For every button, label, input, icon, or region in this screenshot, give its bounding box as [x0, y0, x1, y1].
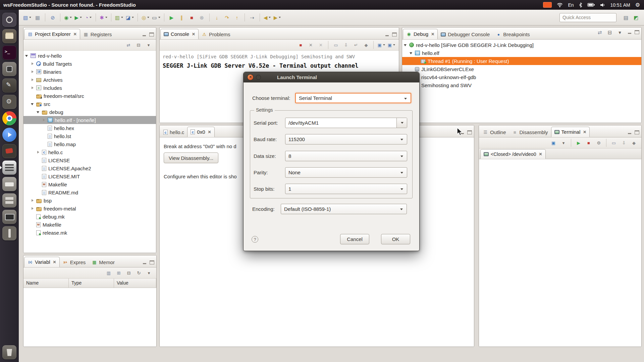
toolbar-resume-button[interactable]: ▶	[167, 13, 176, 22]
explorer-item-includes[interactable]: Includes	[23, 84, 156, 92]
launcher-gimp[interactable]	[0, 144, 19, 158]
explorer-item-makefile[interactable]: Makefile	[23, 221, 156, 229]
battery-icon[interactable]	[587, 3, 595, 7]
debug-tab-debug[interactable]: Debug✕	[403, 29, 438, 39]
toolbar-save-button[interactable]: ▦	[33, 13, 42, 22]
choose-terminal-select[interactable]: Serial Terminal	[295, 93, 411, 103]
ok-button[interactable]: OK	[381, 234, 410, 244]
expanded-arrow-icon[interactable]	[25, 54, 29, 58]
collapsed-arrow-icon[interactable]	[36, 150, 41, 155]
collapsed-arrow-icon[interactable]	[31, 206, 35, 211]
close-icon[interactable]: ✕	[583, 130, 586, 134]
toolbar-open-terminal-button[interactable]: ▭	[151, 13, 161, 22]
variables-tab-expres[interactable]: Expres	[60, 257, 89, 267]
launcher-gedit[interactable]	[0, 78, 19, 93]
launcher-archive-manager[interactable]	[0, 193, 19, 207]
console-pin-console-button[interactable]: ◆	[361, 41, 371, 49]
collapsed-arrow-icon[interactable]	[31, 70, 35, 74]
explorer-item-debug-mk[interactable]: debug.mk	[23, 213, 156, 221]
dropdown-arrow-icon[interactable]	[121, 17, 123, 18]
console-tab-problems[interactable]: Problems	[199, 29, 233, 39]
minimize-button[interactable]	[385, 33, 389, 37]
variables-collapse-all-button[interactable]: ⊟	[124, 269, 133, 277]
launcher-terminal[interactable]	[0, 46, 19, 60]
explorer-collapse-all-button[interactable]: ⊟	[134, 41, 143, 49]
console-tab-console[interactable]: Console✕	[160, 29, 199, 39]
dropdown-arrow-icon[interactable]	[80, 17, 82, 18]
minimize-button[interactable]	[142, 33, 147, 37]
maximize-button[interactable]	[150, 260, 154, 264]
dropdown-arrow-icon[interactable]	[158, 17, 160, 18]
console-clear-console-button[interactable]: ▭	[331, 41, 340, 49]
explorer-view-menu-button[interactable]: ▾	[144, 41, 153, 49]
column-header-name[interactable]: Name	[23, 279, 69, 288]
expanded-arrow-icon[interactable]	[404, 43, 408, 47]
launcher-trash[interactable]	[0, 345, 19, 359]
launcher-freedomstudio[interactable]	[0, 161, 19, 175]
terminal-scroll-lock-button[interactable]: ⇩	[619, 139, 629, 146]
minimize-button[interactable]	[627, 30, 632, 34]
keyboard-layout-indicator[interactable]: En	[568, 2, 574, 8]
explorer-item-hello-elf-none-le[interactable]: hello.elf - [none/le]	[23, 116, 156, 124]
terminal-settings-button[interactable]: ⚙	[594, 139, 603, 146]
explorer-item-freedom-metal-src[interactable]: freedom-metal/src	[23, 92, 156, 100]
session-gear-icon[interactable]: ⚙	[635, 2, 640, 8]
terminal-disconnect-button[interactable]: ■	[584, 139, 593, 146]
quick-access-input[interactable]	[559, 13, 616, 22]
cancel-button[interactable]: Cancel	[340, 234, 369, 244]
toolbar-instruction-stepping-button[interactable]: ⇢	[248, 13, 257, 22]
debug-item-red-v-hello-sifive-gdb-segger-j-link-debugging[interactable]: red-v-hello [SiFive GDB SEGGER J-Link De…	[402, 41, 641, 49]
launcher-screenshot[interactable]	[0, 62, 19, 76]
toolbar-new-button[interactable]: ▧	[22, 13, 32, 22]
explorer-item-makefile[interactable]: Makefile	[23, 180, 156, 188]
explorer-item-hello-map[interactable]: hello.map	[23, 140, 156, 148]
terminal-open-terminal-button[interactable]: ▣	[549, 139, 558, 146]
clock[interactable]: 10:51 AM	[610, 2, 630, 8]
launcher-usb-creator[interactable]	[0, 226, 19, 240]
maximize-button[interactable]	[635, 130, 639, 134]
launcher-system-settings[interactable]	[0, 95, 19, 109]
debug-view-menu-button[interactable]: ▾	[615, 28, 625, 37]
toolbar-profile-button[interactable]: ◔	[84, 13, 93, 22]
toolbar-terminate-button[interactable]: ■	[187, 13, 197, 22]
close-icon[interactable]: ✕	[539, 152, 542, 157]
toolbar-debug-button[interactable]: ◉	[63, 13, 73, 22]
explorer-tab-registers[interactable]: Registers	[80, 29, 115, 39]
close-icon[interactable]: ✕	[208, 130, 211, 134]
toolbar-external-tools-button[interactable]: ✱	[99, 13, 108, 22]
terminal-clear-button[interactable]: ▭	[609, 139, 619, 146]
launcher-files[interactable]	[0, 29, 19, 43]
variables-tab-memor[interactable]: Memor	[89, 257, 118, 267]
explorer-item-freedom-metal[interactable]: freedom-metal	[23, 204, 156, 213]
dropdown-arrow-icon[interactable]	[147, 17, 149, 18]
maximize-button[interactable]	[635, 30, 639, 34]
parity-select[interactable]: None	[285, 167, 407, 178]
right-tab-terminal[interactable]: Terminal✕	[551, 127, 590, 137]
editor-tab-hello-c[interactable]: hello.c	[160, 127, 187, 137]
toolbar-disconnect-button[interactable]: ⊗	[197, 13, 207, 22]
collapsed-arrow-icon[interactable]	[31, 198, 35, 203]
toolbar-debug-perspective-button[interactable]: ◩	[631, 13, 641, 22]
explorer-item-bsp[interactable]: bsp	[23, 196, 156, 204]
explorer-item-build-targets[interactable]: Build Targets	[23, 60, 156, 68]
explorer-item-readme-md[interactable]: README.md	[23, 188, 156, 196]
explorer-item-archives[interactable]: Archives	[23, 76, 156, 84]
bluetooth-icon[interactable]	[579, 2, 582, 8]
debug-tab-debugger-console[interactable]: Debugger Console	[438, 29, 493, 39]
toolbar-run-button[interactable]: ▶	[73, 13, 83, 22]
toolbar-new-c-project-button[interactable]: ◪	[125, 13, 135, 22]
explorer-item-hello-c[interactable]: hello.c	[23, 148, 156, 156]
launcher-printer[interactable]	[0, 177, 19, 191]
toolbar-back-button[interactable]: ◀	[263, 13, 272, 22]
data-size-select[interactable]: 8	[285, 151, 407, 161]
close-button[interactable]	[247, 74, 254, 80]
debug-item-semihosting-and-swv[interactable]: Semihosting and SWV	[402, 81, 641, 89]
right-tab-disassembly[interactable]: Disassembly	[509, 127, 551, 137]
dropdown-arrow-icon[interactable]	[70, 17, 72, 18]
variables-show-logical-structure-button[interactable]: ⊞	[114, 269, 123, 277]
minimize-button[interactable]	[627, 130, 632, 134]
collapsed-arrow-icon[interactable]	[31, 78, 35, 82]
volume-icon[interactable]	[600, 3, 605, 7]
terminal-output-area[interactable]	[479, 159, 641, 347]
maximize-button[interactable]	[149, 33, 154, 37]
